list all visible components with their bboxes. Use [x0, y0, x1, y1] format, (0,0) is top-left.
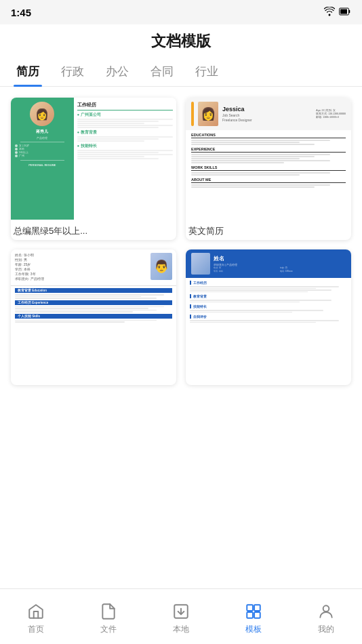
tabs-bar: 简历 行政 办公 合同 行业: [0, 57, 362, 87]
template-label-2: 英文简历: [186, 220, 351, 240]
tab-contract[interactable]: 合同: [148, 57, 176, 86]
template-preview-4: 姓名 求职意向 | 产品经理 性别: 男 年龄: 25 学历: 本科 电话: 1…: [186, 249, 351, 371]
battery-icon: [339, 7, 351, 18]
svg-rect-1: [340, 9, 347, 14]
template-preview-1: 👩 蒋秀儿 产品经理 女 | 24岁 本科 5年以上 广州 PERSONAL R…: [11, 98, 176, 220]
nav-item-template[interactable]: 模板: [217, 598, 289, 635]
template-card-2[interactable]: 👩 Jessica Job Search Freelance Designer …: [186, 98, 351, 240]
nav-item-files[interactable]: 文件: [73, 598, 145, 635]
nav-item-home[interactable]: 首页: [0, 598, 73, 635]
svg-rect-4: [247, 605, 253, 611]
bottom-nav: 首页 文件 本地: [0, 588, 362, 644]
nav-label-home: 首页: [28, 624, 44, 635]
template-preview-2: 👩 Jessica Job Search Freelance Designer …: [186, 98, 351, 220]
status-icons: [324, 7, 351, 18]
svg-point-8: [323, 605, 329, 611]
wifi-icon: [324, 7, 335, 18]
template-card-4[interactable]: 姓名 求职意向 | 产品经理 性别: 男 年龄: 25 学历: 本科 电话: 1…: [186, 249, 351, 385]
page-title: 文档模版: [0, 31, 362, 52]
file-icon: [99, 602, 118, 621]
template-card-3[interactable]: 姓名: 张小明 性别: 男 年龄: 25岁 学历: 本科 工作年限: 3年 求职…: [11, 249, 176, 385]
template-card-1[interactable]: 👩 蒋秀儿 产品经理 女 | 24岁 本科 5年以上 广州 PERSONAL R…: [11, 98, 176, 240]
nav-item-local[interactable]: 本地: [145, 598, 218, 635]
template-icon: [244, 602, 263, 621]
nav-label-mine: 我的: [318, 624, 334, 635]
user-icon: [317, 602, 336, 621]
nav-label-files: 文件: [100, 624, 117, 635]
svg-rect-7: [254, 612, 260, 618]
svg-rect-6: [247, 612, 253, 618]
template-label-4: [186, 371, 351, 385]
tab-industry[interactable]: 行业: [193, 57, 221, 86]
home-icon: [26, 602, 45, 621]
download-icon: [172, 602, 190, 621]
status-bar: 1:45: [0, 0, 362, 24]
template-label-1: 总编黑绿5年以上...: [11, 220, 176, 240]
tab-resume[interactable]: 简历: [14, 57, 42, 86]
nav-label-local: 本地: [173, 624, 189, 635]
page-title-bar: 文档模版: [0, 24, 362, 57]
tab-admin[interactable]: 行政: [58, 57, 87, 86]
tab-office[interactable]: 办公: [103, 57, 132, 86]
nav-label-template: 模板: [245, 624, 262, 635]
template-grid: 👩 蒋秀儿 产品经理 女 | 24岁 本科 5年以上 广州 PERSONAL R…: [0, 87, 362, 385]
status-time: 1:45: [11, 7, 31, 18]
svg-rect-5: [254, 605, 260, 611]
nav-item-mine[interactable]: 我的: [289, 598, 362, 635]
template-preview-3: 姓名: 张小明 性别: 男 年龄: 25岁 学历: 本科 工作年限: 3年 求职…: [11, 249, 176, 371]
template-label-3: [11, 371, 176, 385]
